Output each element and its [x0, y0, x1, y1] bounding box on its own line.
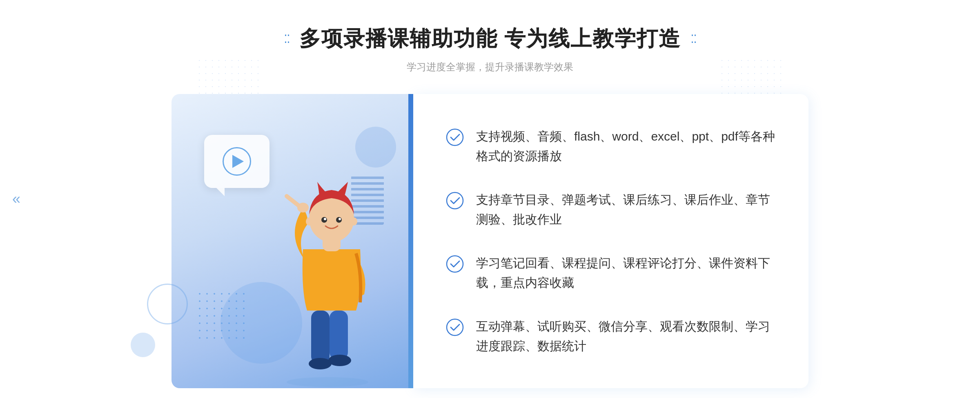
svg-point-12 [339, 218, 341, 220]
svg-rect-1 [311, 311, 330, 364]
feature-item-2: 支持章节目录、弹题考试、课后练习、课后作业、章节测验、批改作业 [446, 182, 776, 237]
play-icon-circle [223, 147, 251, 176]
svg-line-6 [287, 196, 298, 205]
right-feature-panel: 支持视频、音频、flash、word、excel、ppt、pdf等各种格式的资源… [413, 94, 808, 388]
feature-text-3: 学习笔记回看、课程提问、课程评论打分、课件资料下载，重点内容收藏 [476, 253, 776, 293]
feature-text-1: 支持视频、音频、flash、word、excel、ppt、pdf等各种格式的资源… [476, 127, 776, 166]
left-illustration-panel [172, 94, 408, 388]
page-subtitle: 学习进度全掌握，提升录播课教学效果 [407, 60, 573, 74]
feature-item-3: 学习笔记回看、课程提问、课程评论打分、课件资料下载，重点内容收藏 [446, 245, 776, 301]
svg-point-17 [447, 256, 463, 272]
check-icon-4 [446, 318, 464, 336]
svg-point-18 [447, 319, 463, 335]
svg-point-15 [447, 129, 463, 145]
page-container: ⁚⁚ 多项录播课辅助功能 专为线上教学打造 ⁚⁚ 学习进度全掌握，提升录播课教学… [0, 0, 980, 398]
feature-text-4: 互动弹幕、试听购买、微信分享、观看次数限制、学习进度跟踪、数据统计 [476, 317, 776, 356]
deco-circle-filled [131, 333, 155, 357]
header-title-row: ⁚⁚ 多项录播课辅助功能 专为线上教学打造 ⁚⁚ [284, 25, 696, 53]
left-nav-arrow[interactable]: « [12, 190, 20, 208]
content-area: 支持视频、音频、flash、word、excel、ppt、pdf等各种格式的资源… [172, 94, 808, 388]
dots-icon-right: ⁚⁚ [690, 32, 696, 46]
svg-point-0 [287, 377, 368, 387]
feature-item-1: 支持视频、音频、flash、word、excel、ppt、pdf等各种格式的资源… [446, 119, 776, 174]
check-icon-1 [446, 128, 464, 146]
page-title: 多项录播课辅助功能 专为线上教学打造 [299, 25, 681, 53]
svg-point-3 [309, 358, 332, 369]
svg-rect-2 [330, 311, 348, 360]
feature-item-4: 互动弹幕、试听购买、微信分享、观看次数限制、学习进度跟踪、数据统计 [446, 309, 776, 364]
separator-bar [408, 94, 413, 388]
svg-point-14 [351, 217, 357, 226]
check-icon-2 [446, 192, 464, 210]
character-illustration [262, 159, 401, 388]
play-triangle-icon [232, 155, 244, 168]
svg-point-11 [324, 218, 326, 220]
feature-text-2: 支持章节目录、弹题考试、课后练习、课后作业、章节测验、批改作业 [476, 190, 776, 229]
svg-point-4 [328, 355, 351, 366]
dots-icon-left: ⁚⁚ [284, 32, 290, 46]
check-icon-3 [446, 255, 464, 273]
header-section: ⁚⁚ 多项录播课辅助功能 专为线上教学打造 ⁚⁚ 学习进度全掌握，提升录播课教学… [0, 25, 980, 74]
play-bubble [204, 135, 270, 188]
deco-circle-outline [147, 284, 188, 324]
svg-point-13 [306, 217, 312, 226]
svg-point-16 [447, 192, 463, 209]
